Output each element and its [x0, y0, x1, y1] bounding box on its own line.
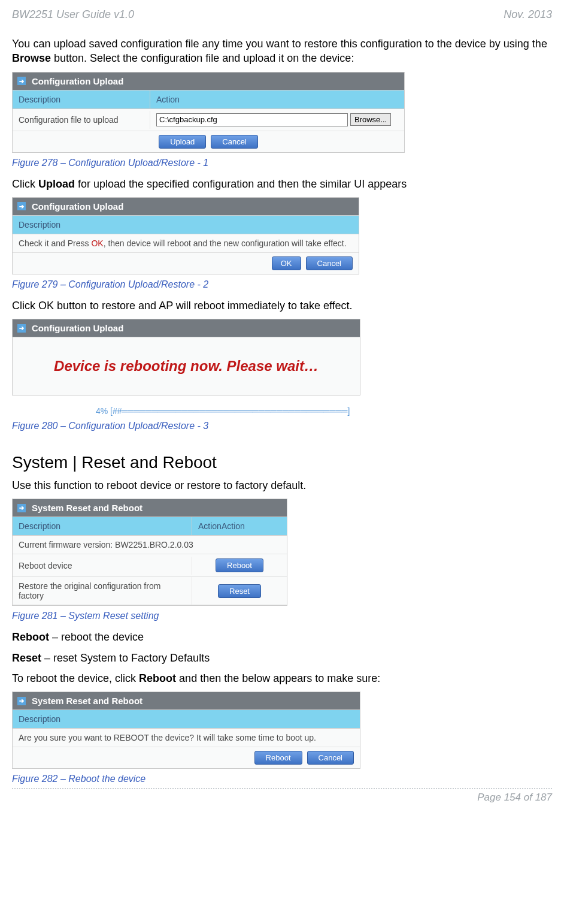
button-row: Upload Cancel — [13, 131, 404, 152]
table-header: Description ActionAction — [13, 517, 287, 536]
table-row: Restore the original configuration from … — [13, 577, 287, 605]
table-row: Configuration file to upload Browse... — [13, 109, 404, 131]
figure-caption: Figure 280 – Configuration Upload/Restor… — [12, 421, 552, 431]
text: Browse — [12, 52, 51, 64]
row-label: Restore the original configuration from … — [13, 577, 192, 605]
text: Upload — [38, 178, 75, 190]
figure-caption: Figure 281 – System Reset setting — [12, 611, 552, 621]
panel-title: ➔ Configuration Upload — [13, 73, 404, 90]
table-header: Description Action — [13, 90, 404, 109]
doc-date: Nov. 2013 — [504, 8, 552, 21]
arrow-icon: ➔ — [17, 697, 26, 705]
confirm-message: Are you sure you want to REBOOT the devi… — [13, 729, 360, 747]
col-description: Description — [13, 517, 192, 535]
button-row: OK Cancel — [13, 253, 359, 274]
text: Check it and Press — [19, 238, 91, 248]
reboot-button[interactable]: Reboot — [216, 558, 263, 572]
arrow-icon: ➔ — [17, 77, 26, 85]
text: Reboot — [139, 672, 176, 684]
table-header: Description — [13, 216, 359, 234]
arrow-icon: ➔ — [17, 504, 26, 512]
col-action: ActionAction — [192, 517, 287, 535]
paragraph: Click OK button to restore and AP will r… — [12, 298, 552, 313]
panel-title-text: Configuration Upload — [32, 76, 123, 86]
text: , then device will reboot and the new co… — [104, 238, 347, 248]
config-upload-panel-1: ➔ Configuration Upload Description Actio… — [12, 72, 405, 153]
panel-title-text: System Reset and Reboot — [32, 696, 142, 706]
paragraph: To reboot the device, click Reboot and t… — [12, 671, 552, 686]
col-description: Description — [13, 90, 150, 108]
table-row: Current firmware version: BW2251.BRO.2.0… — [13, 536, 287, 554]
paragraph: Click Upload for upload the specified co… — [12, 177, 552, 191]
table-row: Check it and Press OK, then device will … — [13, 234, 359, 253]
ok-button[interactable]: OK — [272, 256, 301, 270]
text: Reset — [12, 652, 41, 664]
cancel-button[interactable]: Cancel — [306, 256, 353, 270]
panel-title-text: Configuration Upload — [32, 323, 123, 333]
firmware-version: Current firmware version: BW2251.BRO.2.0… — [13, 536, 287, 554]
figure-caption: Figure 282 – Reboot the device — [12, 774, 552, 784]
text: Click — [12, 178, 38, 190]
section-heading: System | Reset and Reboot — [12, 453, 552, 472]
panel-title: ➔ Configuration Upload — [13, 198, 359, 216]
page-footer: Page 154 of 187 — [12, 789, 552, 810]
page-header: BW2251 User Guide v1.0 Nov. 2013 — [12, 8, 552, 21]
cancel-button[interactable]: Cancel — [307, 751, 354, 765]
text: To reboot the device, click — [12, 672, 139, 684]
intro-paragraph: You can upload saved configuration file … — [12, 37, 552, 66]
config-upload-panel-2: ➔ Configuration Upload Description Check… — [12, 197, 359, 274]
text: OK — [91, 238, 103, 248]
definition: Reset – reset System to Factory Defaults — [12, 651, 552, 665]
text: Reboot — [12, 631, 49, 643]
table-header: Description — [13, 710, 360, 729]
config-upload-panel-3: ➔ Configuration Upload Device is rebooti… — [12, 319, 360, 395]
progress-text: 4% [##══════════════════════════════════… — [96, 406, 552, 416]
definition: Reboot – reboot the device — [12, 630, 552, 644]
system-reset-panel: ➔ System Reset and Reboot Description Ac… — [12, 499, 287, 606]
text: for upload the specified configuration a… — [75, 178, 407, 190]
button-row: Reboot Cancel — [13, 747, 360, 768]
row-label: Reboot device — [13, 557, 192, 575]
panel-title-text: Configuration Upload — [32, 201, 123, 212]
doc-title: BW2251 User Guide v1.0 — [12, 8, 134, 21]
text: and then the below appears to make sure: — [176, 672, 380, 684]
file-path-input[interactable] — [156, 113, 348, 126]
col-action: Action — [150, 90, 404, 108]
panel-title: ➔ Configuration Upload — [13, 319, 360, 337]
panel-title: ➔ System Reset and Reboot — [13, 499, 287, 517]
arrow-icon: ➔ — [17, 324, 26, 333]
upload-button[interactable]: Upload — [159, 135, 206, 149]
figure-caption: Figure 279 – Configuration Upload/Restor… — [12, 279, 552, 290]
arrow-icon: ➔ — [17, 202, 26, 210]
cancel-button[interactable]: Cancel — [211, 135, 257, 149]
col-description: Description — [13, 216, 359, 234]
reboot-button[interactable]: Reboot — [254, 751, 302, 765]
panel-title-text: System Reset and Reboot — [32, 503, 142, 513]
reboot-confirm-panel: ➔ System Reset and Reboot Description Ar… — [12, 692, 360, 769]
table-row: Reboot device Reboot — [13, 554, 287, 577]
text: – reboot the device — [49, 631, 144, 643]
text: button. Select the configuration file an… — [51, 52, 354, 64]
panel-title: ➔ System Reset and Reboot — [13, 692, 360, 710]
figure-caption: Figure 278 – Configuration Upload/Restor… — [12, 158, 552, 168]
table-row: Are you sure you want to REBOOT the devi… — [13, 729, 360, 747]
reset-button[interactable]: Reset — [218, 584, 261, 598]
paragraph: Use this function to reboot device or re… — [12, 478, 552, 493]
row-label: Configuration file to upload — [13, 111, 150, 129]
text: – reset System to Factory Defaults — [41, 652, 210, 664]
col-description: Description — [13, 710, 360, 728]
reboot-message: Device is rebooting now. Please wait… — [13, 337, 360, 395]
text: You can upload saved configuration file … — [12, 38, 547, 50]
browse-button[interactable]: Browse... — [350, 113, 391, 126]
